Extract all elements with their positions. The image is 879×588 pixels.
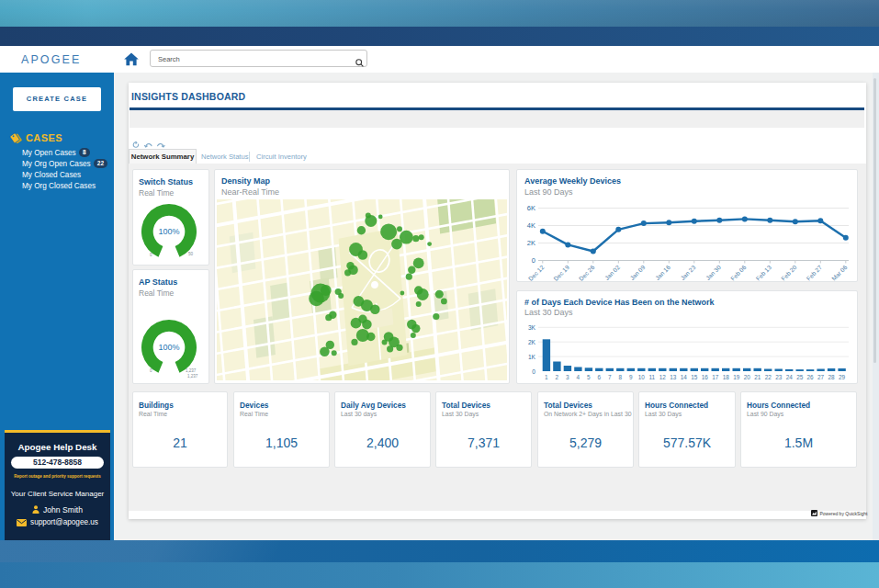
svg-text:11: 11	[648, 374, 655, 380]
svg-text:16: 16	[702, 374, 709, 380]
svg-text:0: 0	[150, 368, 152, 373]
svg-text:7: 7	[608, 374, 612, 380]
svg-text:3K: 3K	[528, 324, 536, 331]
svg-text:6: 6	[598, 374, 602, 380]
svg-text:8: 8	[619, 374, 623, 380]
svg-text:Feb 06: Feb 06	[729, 264, 748, 282]
svg-text:17: 17	[712, 374, 719, 380]
svg-text:2: 2	[556, 374, 559, 380]
svg-text:26: 26	[807, 374, 815, 380]
svg-text:Dec 19: Dec 19	[552, 264, 570, 282]
svg-text:4: 4	[577, 374, 580, 380]
svg-text:28: 28	[828, 374, 836, 380]
svg-text:22: 22	[765, 374, 772, 380]
svg-text:21: 21	[754, 374, 761, 380]
svg-text:Mar 06: Mar 06	[830, 264, 849, 282]
svg-text:23: 23	[775, 374, 783, 380]
svg-text:19: 19	[733, 374, 740, 380]
svg-text:24: 24	[786, 374, 794, 380]
svg-text:Dec 12: Dec 12	[527, 264, 546, 282]
svg-text:Dec 26: Dec 26	[578, 264, 596, 282]
svg-text:12: 12	[659, 374, 667, 380]
svg-text:Jan 16: Jan 16	[654, 264, 671, 281]
svg-text:50: 50	[188, 252, 194, 256]
svg-text:Feb 27: Feb 27	[806, 264, 824, 282]
svg-text:1K: 1K	[528, 354, 536, 360]
svg-text:20: 20	[744, 374, 751, 380]
svg-text:Jan 02: Jan 02	[603, 264, 621, 281]
svg-text:0: 0	[532, 368, 535, 375]
svg-text:100%: 100%	[158, 227, 179, 236]
svg-text:1: 1	[545, 374, 548, 380]
svg-text:2K: 2K	[528, 339, 536, 345]
svg-text:10: 10	[638, 374, 646, 380]
svg-text:13: 13	[670, 374, 677, 380]
svg-text:25: 25	[796, 374, 804, 380]
svg-text:15: 15	[691, 374, 698, 380]
svg-text:6K: 6K	[527, 204, 535, 212]
svg-text:14: 14	[681, 374, 688, 380]
svg-text:Feb 13: Feb 13	[755, 264, 773, 282]
svg-text:29: 29	[839, 374, 846, 380]
svg-text:3: 3	[566, 374, 569, 380]
svg-text:1,237: 1,237	[187, 374, 198, 379]
svg-text:Feb 20: Feb 20	[780, 264, 798, 282]
svg-text:1,237: 1,237	[186, 368, 197, 373]
svg-text:Jan 23: Jan 23	[680, 264, 697, 281]
svg-text:2K: 2K	[527, 239, 535, 247]
svg-text:0: 0	[532, 256, 535, 265]
svg-text:5: 5	[587, 374, 591, 380]
svg-text:0: 0	[150, 253, 152, 257]
svg-text:100%: 100%	[158, 343, 179, 352]
svg-text:Jan 30: Jan 30	[704, 264, 722, 281]
svg-text:4K: 4K	[527, 221, 535, 230]
svg-text:27: 27	[817, 374, 825, 380]
svg-text:18: 18	[723, 374, 730, 380]
svg-text:9: 9	[629, 374, 633, 380]
svg-text:Jan 09: Jan 09	[629, 264, 647, 281]
